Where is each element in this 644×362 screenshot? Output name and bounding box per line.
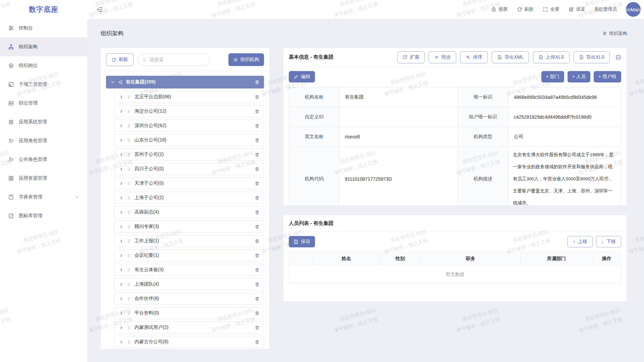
- sidebar-item-position[interactable]: 职位管理: [0, 94, 87, 113]
- trash-icon[interactable]: [255, 195, 260, 200]
- chevron-right-icon[interactable]: [119, 311, 123, 315]
- chevron-right-icon[interactable]: [119, 138, 123, 142]
- drag-handle-icon[interactable]: [127, 225, 131, 229]
- trash-icon[interactable]: [255, 340, 260, 345]
- sidebar-item-app-resource[interactable]: 应用资源管理: [0, 169, 87, 188]
- current-user[interactable]: 系统管理员: [594, 6, 617, 12]
- drag-handle-icon[interactable]: [127, 325, 131, 330]
- sidebar-item-subdomain-admins[interactable]: 子域三员管理: [0, 75, 87, 94]
- sidebar-item-org-post[interactable]: 组织岗位: [0, 56, 87, 75]
- tree-node[interactable]: 顾问专家(3): [114, 221, 264, 233]
- drag-handle-icon[interactable]: [127, 297, 131, 301]
- tree-node[interactable]: 苏州子公司(2): [114, 148, 264, 161]
- tree-node[interactable]: 合作伙伴(8): [114, 293, 264, 305]
- sync-button[interactable]: 同步: [429, 51, 456, 63]
- tree-node[interactable]: 高级副总(4): [114, 206, 264, 218]
- sidebar-item-public-role[interactable]: 公共角色管理: [0, 150, 87, 169]
- drag-handle-icon[interactable]: [127, 167, 131, 171]
- chevron-right-icon[interactable]: [119, 181, 123, 186]
- org-mode-button[interactable]: 组织机构: [228, 53, 264, 66]
- tree-node[interactable]: 平台资料(0): [114, 307, 264, 319]
- sidebar-item-app-system[interactable]: 应用系统管理: [0, 113, 87, 131]
- export-xls-button[interactable]: 导出XLS: [574, 51, 610, 63]
- drag-handle-icon[interactable]: [127, 210, 131, 215]
- chevron-right-icon[interactable]: [119, 109, 123, 114]
- tree-root-node[interactable]: 有生集团(209): [106, 76, 264, 88]
- tree-node[interactable]: 山东分公司(18): [114, 134, 264, 146]
- drag-handle-icon[interactable]: [127, 181, 131, 186]
- trash-icon[interactable]: [255, 95, 260, 100]
- tree-node[interactable]: 内蒙古分公司(8): [114, 336, 264, 348]
- trash-icon[interactable]: [255, 109, 260, 114]
- drag-handle-icon[interactable]: [127, 109, 131, 114]
- add-person-button[interactable]: + 人员: [568, 71, 590, 82]
- add-usergroup-button[interactable]: + 用户组: [594, 71, 621, 82]
- tree-node[interactable]: 内蒙测试用户(2): [114, 321, 264, 334]
- chevron-right-icon[interactable]: [119, 196, 123, 200]
- avatar[interactable]: mMan: [626, 2, 641, 17]
- trash-icon[interactable]: [255, 282, 260, 287]
- drag-handle-icon[interactable]: [127, 340, 131, 344]
- chevron-right-icon[interactable]: [119, 124, 123, 128]
- trash-icon[interactable]: [255, 138, 260, 143]
- tree-node[interactable]: 上海子公司(2): [114, 192, 264, 204]
- trash-icon[interactable]: [255, 167, 260, 172]
- expand-button[interactable]: 扩展: [397, 51, 425, 63]
- chevron-right-icon[interactable]: [119, 153, 123, 157]
- chevron-right-icon[interactable]: [119, 225, 123, 229]
- settings-button[interactable]: 设置: [569, 6, 585, 12]
- drag-handle-icon[interactable]: [127, 153, 131, 157]
- tree-node[interactable]: 四川子公司(0): [114, 163, 264, 175]
- trash-icon[interactable]: [255, 267, 260, 273]
- tree-node[interactable]: 海淀分公司(12): [114, 105, 264, 117]
- drag-handle-icon[interactable]: [127, 282, 131, 287]
- chevron-right-icon[interactable]: [119, 95, 123, 99]
- sidebar-item-icon-library[interactable]: 图标库管理: [0, 206, 87, 225]
- upload-xls-button[interactable]: 上传XLS: [533, 51, 569, 63]
- chevron-right-icon[interactable]: [119, 239, 123, 243]
- trash-icon[interactable]: [255, 80, 260, 85]
- drag-handle-icon[interactable]: [127, 239, 131, 243]
- trash-icon[interactable]: [255, 296, 260, 301]
- drag-handle-icon[interactable]: [127, 138, 131, 142]
- chevron-right-icon[interactable]: [119, 297, 123, 301]
- chevron-right-icon[interactable]: [119, 282, 123, 287]
- tree-node[interactable]: 会议纪要(1): [114, 249, 264, 261]
- move-up-button[interactable]: ↑ 上移: [568, 236, 593, 247]
- chevron-right-icon[interactable]: [119, 210, 123, 215]
- trash-icon[interactable]: [255, 325, 260, 330]
- drag-handle-icon[interactable]: [127, 124, 131, 128]
- chevron-right-icon[interactable]: [119, 167, 123, 171]
- fullscreen-button[interactable]: 全屏: [543, 6, 559, 12]
- chevron-right-icon[interactable]: [119, 268, 123, 272]
- drag-handle-icon[interactable]: [127, 311, 131, 315]
- trash-icon[interactable]: [255, 152, 260, 157]
- tree-node[interactable]: 上海团队(4): [114, 278, 264, 290]
- sidebar-item-org-structure[interactable]: 组织架构: [0, 38, 87, 56]
- tree-node[interactable]: 工作上报(1): [114, 235, 264, 247]
- chevron-right-icon[interactable]: [119, 253, 123, 258]
- add-department-button[interactable]: + 部门: [541, 71, 564, 82]
- export-xml-button[interactable]: 导出XML: [492, 51, 529, 63]
- drag-handle-icon[interactable]: [127, 253, 131, 258]
- move-down-button[interactable]: ↓ 下移: [596, 236, 621, 247]
- chevron-right-icon[interactable]: [119, 325, 123, 330]
- tree-node[interactable]: 深圳分公司(62): [114, 120, 264, 132]
- chevron-down-icon[interactable]: [110, 80, 115, 84]
- lock-screen-button[interactable]: 锁屏: [491, 6, 508, 12]
- trash-icon[interactable]: [255, 253, 260, 258]
- drag-handle-icon[interactable]: [127, 196, 131, 200]
- trash-icon[interactable]: [255, 210, 260, 215]
- trash-icon[interactable]: [255, 181, 260, 186]
- tree-node[interactable]: 北京平台总部(66): [114, 91, 264, 103]
- chevron-right-icon[interactable]: [119, 340, 123, 344]
- trash-icon[interactable]: [255, 224, 260, 229]
- tree-node[interactable]: 天津子公司(0): [114, 177, 264, 189]
- trash-icon[interactable]: [255, 311, 260, 316]
- sidebar-item-dictionary[interactable]: 字典表管理: [0, 188, 87, 206]
- sort-button[interactable]: 排序: [460, 51, 488, 63]
- drag-handle-icon[interactable]: [127, 268, 131, 272]
- collapse-panel-icon[interactable]: [615, 54, 621, 60]
- collapse-menu-icon[interactable]: [97, 6, 103, 13]
- save-button[interactable]: 保存: [289, 236, 315, 247]
